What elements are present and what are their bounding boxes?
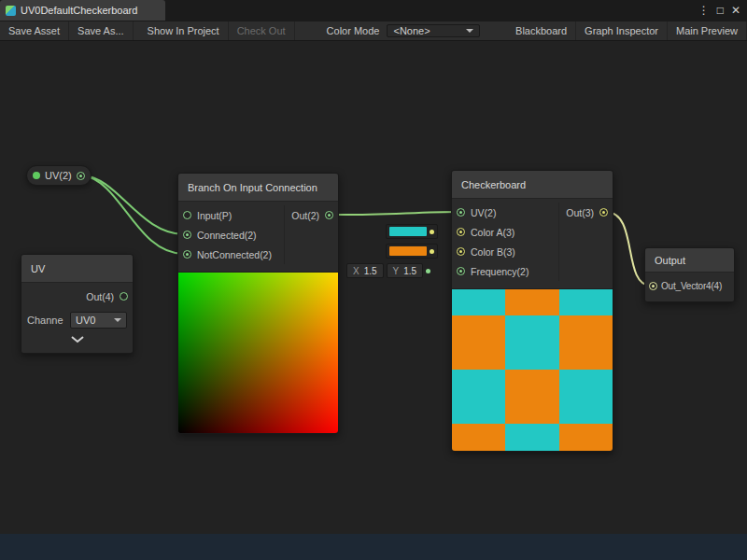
checkerboard-uv-port[interactable]	[457, 208, 465, 217]
checker-cell	[505, 370, 558, 424]
checker-cell	[505, 424, 558, 451]
uv-out-port[interactable]	[120, 292, 128, 301]
output-out-vector4-label: Out_Vector4(4)	[661, 281, 722, 291]
main-preview-button[interactable]: Main Preview	[668, 21, 747, 40]
branch-connected-port[interactable]	[183, 231, 191, 239]
branch-out-port[interactable]	[325, 211, 333, 219]
frequency-connector-dot-icon	[426, 269, 430, 273]
uv-out-label: Out(4)	[86, 291, 114, 302]
frequency-y-label: Y	[393, 266, 400, 276]
checkerboard-out-port[interactable]	[599, 208, 608, 217]
color-mode-dropdown[interactable]: <None>	[387, 24, 480, 37]
branch-node-title[interactable]: Branch On Input Connection	[178, 174, 338, 202]
frequency-y-field[interactable]: Y 1.5	[387, 263, 424, 278]
graph-canvas[interactable]: UV(2) Branch On Input Connection Input(P…	[0, 41, 747, 534]
port-row: Connected(2)	[178, 225, 284, 245]
node-uv-redirect[interactable]: UV(2)	[26, 165, 92, 186]
frequency-y-value[interactable]: 1.5	[403, 266, 416, 276]
shader-graph-asset-icon	[6, 6, 16, 16]
checker-cell	[452, 289, 505, 315]
more-menu-icon[interactable]: ⋮	[698, 4, 710, 17]
output-node-body: Out_Vector4(4)	[645, 273, 734, 301]
channel-label: Channe	[27, 315, 66, 326]
color-a-swatch-field[interactable]	[386, 224, 438, 239]
branch-connected-label: Connected(2)	[197, 230, 257, 241]
checkerboard-out-label: Out(3)	[566, 207, 594, 218]
port-row: Out(3)	[559, 203, 613, 222]
checkerboard-node-title[interactable]: Checkerboard	[452, 171, 613, 199]
node-checkerboard[interactable]: Checkerboard UV(2) Color A(3) Color B(3)	[451, 170, 613, 452]
color-mode-label: Color Mode	[319, 21, 388, 40]
channel-value: UV0	[76, 315, 95, 326]
save-asset-button[interactable]: Save Asset	[0, 21, 69, 40]
port-row: Out(4)	[21, 287, 133, 306]
port-row: Frequency(2)	[452, 261, 558, 281]
branch-notconnected-port[interactable]	[183, 250, 191, 259]
blackboard-button[interactable]: Blackboard	[507, 21, 576, 40]
branch-notconnected-label: NotConnected(2)	[197, 249, 272, 260]
graph-inspector-button[interactable]: Graph Inspector	[576, 21, 668, 40]
pill-input-dot-icon	[33, 172, 40, 179]
status-bar	[0, 534, 747, 560]
checkerboard-uv-label: UV(2)	[471, 207, 496, 218]
checker-cell	[505, 315, 558, 370]
edge-uv-pill-to-branch-connected[interactable]	[83, 175, 184, 234]
maximize-icon[interactable]: □	[717, 4, 724, 17]
port-row: NotConnected(2)	[178, 245, 284, 264]
show-in-project-button[interactable]: Show In Project	[139, 21, 229, 40]
check-out-button: Check Out	[229, 21, 295, 40]
toolbar-spacer	[480, 21, 507, 40]
chevron-down-icon	[114, 318, 121, 322]
chevron-down-icon	[466, 29, 473, 33]
color-b-swatch-field[interactable]	[386, 244, 438, 259]
uv-node-title[interactable]: UV	[21, 255, 133, 283]
port-row: Out_Vector4(4)	[645, 276, 726, 296]
pill-label: UV(2)	[45, 170, 72, 181]
branch-node-body: Input(P) Connected(2) NotConnected(2) Ou…	[178, 202, 338, 272]
color-b-swatch[interactable]	[389, 246, 427, 256]
branch-out-label: Out(2)	[291, 210, 319, 221]
graph-tab[interactable]: UV0DefaultCheckerboard	[0, 0, 165, 21]
checkerboard-node-body: UV(2) Color A(3) Color B(3) Frequency(2)	[452, 199, 613, 288]
checker-cell	[505, 289, 558, 315]
port-row: Input(P)	[178, 205, 284, 225]
output-out-vector4-port[interactable]	[649, 282, 657, 290]
node-uv[interactable]: UV Out(4) Channe UV0	[21, 254, 134, 354]
output-node-title[interactable]: Output	[645, 248, 734, 273]
frequency-vector2-field: X 1.5 Y 1.5	[346, 263, 430, 278]
port-row: UV(2)	[452, 203, 558, 222]
close-icon[interactable]: ✕	[731, 4, 740, 17]
checkerboard-frequency-label: Frequency(2)	[471, 266, 529, 277]
edge-branch-out-to-checkerboard-uv[interactable]	[331, 212, 458, 215]
branch-input-p-label: Input(P)	[197, 210, 232, 221]
frequency-x-value[interactable]: 1.5	[364, 266, 377, 276]
edge-uv-pill-to-branch-notconnected[interactable]	[83, 175, 184, 254]
tab-title: UV0DefaultCheckerboard	[21, 5, 137, 16]
port-row: Color B(3)	[452, 242, 558, 261]
color-mode-value: <None>	[393, 25, 430, 36]
color-a-swatch[interactable]	[389, 227, 427, 236]
checkerboard-preview	[452, 288, 613, 451]
checker-cell	[559, 370, 613, 424]
color-b-connector-dot-icon	[430, 249, 434, 254]
collapse-chevron-icon[interactable]	[70, 335, 85, 343]
node-branch-on-input-connection[interactable]: Branch On Input Connection Input(P) Conn…	[177, 173, 339, 434]
node-output[interactable]: Output Out_Vector4(4)	[644, 247, 735, 302]
channel-dropdown[interactable]: UV0	[70, 312, 127, 329]
checkerboard-color-b-port[interactable]	[457, 247, 465, 256]
checkerboard-color-a-port[interactable]	[457, 228, 465, 236]
branch-input-p-port[interactable]	[183, 211, 191, 219]
port-row: Out(2)	[285, 205, 338, 225]
uv-node-body: Out(4) Channe UV0	[21, 283, 133, 353]
checker-cell	[452, 424, 505, 451]
save-as-button[interactable]: Save As...	[69, 21, 134, 40]
port-row: Color A(3)	[452, 222, 558, 242]
checkerboard-color-a-label: Color A(3)	[471, 227, 514, 238]
checkerboard-frequency-port[interactable]	[457, 267, 465, 275]
checkerboard-color-b-label: Color B(3)	[471, 246, 515, 258]
pill-out-port[interactable]	[77, 172, 85, 180]
checker-cell	[559, 315, 613, 370]
toolbar: Save Asset Save As... Show In Project Ch…	[0, 21, 747, 41]
checker-cell	[559, 424, 613, 451]
frequency-x-field[interactable]: X 1.5	[346, 263, 384, 278]
